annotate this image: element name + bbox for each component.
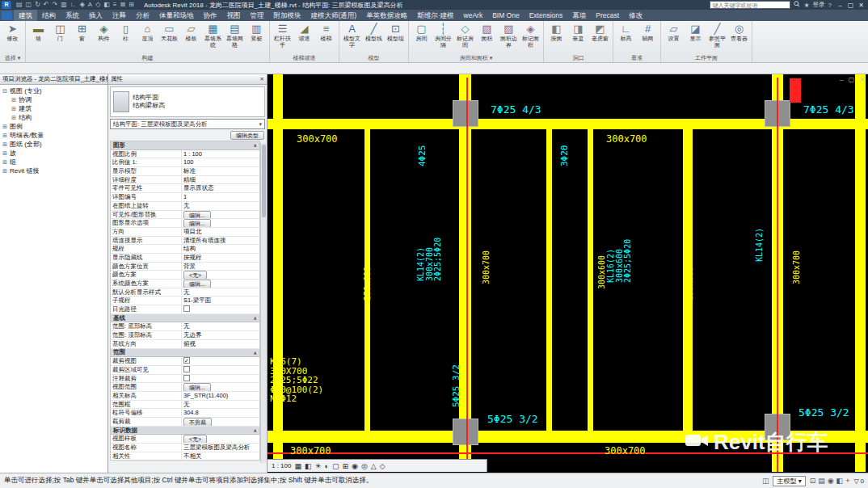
beam-annotation[interactable]: 300x600 [276,255,284,289]
ribbon-button[interactable]: ⊡模型组 [385,22,407,42]
ribbon-tab[interactable]: 建筑 [14,10,37,21]
view-close-button[interactable]: ✕ [859,76,865,83]
property-value[interactable]: 编辑... [182,280,259,288]
property-value[interactable] [182,305,259,313]
ribbon-button[interactable]: ≡楼梯 [315,22,337,42]
file-menu-icon[interactable] [2,11,12,20]
3d-view-icon[interactable]: ◇ [95,1,100,9]
column[interactable] [453,100,478,127]
visual-style-icon[interactable]: ◧ [305,462,312,470]
property-value[interactable]: 不剪裁 [182,418,259,426]
property-value[interactable]: 俯视 [182,340,259,348]
expand-icon[interactable]: ⊞ [2,159,10,166]
ribbon-button[interactable]: ▨面积边界 [498,22,520,48]
ribbon-tab[interactable]: 附加模块 [269,10,306,21]
beam-annotation[interactable]: 5Φ25 3/2 [798,407,849,419]
ribbon-button[interactable]: ◈构件 [93,22,115,42]
ribbon-button[interactable]: ◈标记面积 [520,22,541,48]
constraints-icon[interactable]: ◇ [380,462,386,470]
ribbon-tab[interactable]: 视图 [222,10,246,21]
ribbon-button[interactable]: ☰栏杆扶手 [272,22,293,48]
beam-annotation[interactable]: 300x600 [598,255,607,289]
select-links-icon[interactable]: ⊡ [810,477,816,485]
ribbon-tab[interactable]: 单英数据攻略 [361,10,412,21]
beam-annotation[interactable]: KL14(2)300x7002Φ25;5Φ20 [417,238,443,281]
property-edit-button[interactable]: 编辑... [183,211,211,219]
ribbon-tab[interactable]: 斯维尔·建模 [412,10,458,21]
property-value[interactable] [182,375,259,383]
ribbon-tab[interactable]: 修改 [624,10,647,21]
ribbon-tab[interactable]: 体量和场地 [154,10,199,21]
property-checkbox[interactable] [183,305,190,312]
browser-tree-item[interactable]: ⊞结构 [0,113,107,122]
ribbon-button[interactable]: ┆房间分隔 [432,22,454,48]
ribbon-button[interactable]: ⊞窗 [71,22,93,42]
browser-tree-item[interactable]: ⊞图纸 (全部) [0,140,107,149]
property-value[interactable]: 无边界 [182,331,259,339]
property-edit-button[interactable]: <无> [183,271,207,279]
save-icon[interactable]: ◫ [26,1,32,9]
tag-icon[interactable]: ◈ [80,1,85,9]
property-section-header[interactable]: 图形∧ [111,141,259,150]
undo-icon[interactable]: ↶ [44,1,49,9]
property-value[interactable]: 1 : 100 [182,150,259,158]
beam-annotation[interactable]: 3Φ20 [560,145,570,167]
ribbon-tab[interactable]: 管理 [246,10,269,21]
property-value[interactable]: 304.8 [182,409,259,417]
property-value[interactable]: 100 [182,158,259,166]
expand-icon[interactable]: ⊞ [11,106,19,112]
beam-annotation[interactable]: 5Φ25 3/2 [452,364,461,407]
section-icon[interactable]: ◧ [103,1,110,9]
property-section-header[interactable]: 范围∧ [111,349,259,358]
property-edit-button[interactable]: <无> [183,435,207,443]
property-value[interactable]: <无> [182,271,259,279]
beam-vertical[interactable] [459,74,471,472]
property-value[interactable]: 编辑... [182,219,259,227]
browser-tree-item[interactable]: ⊞协调 [0,95,107,104]
property-value[interactable]: 编辑... [182,383,259,391]
browser-tree-item[interactable]: ⊞组 [0,158,107,166]
scrollbar-thumb[interactable] [262,145,266,217]
show-crop-icon[interactable]: ⊞ [343,462,349,470]
property-edit-button[interactable]: 不剪裁 [183,418,212,426]
property-edit-button[interactable]: 编辑... [183,280,211,288]
ribbon-button[interactable]: ◪显示 [685,22,706,42]
section-marker[interactable] [790,78,801,103]
ribbon-button[interactable]: ◧按面 [546,22,567,42]
browser-tree-item[interactable]: ⊞建筑 [0,104,107,113]
property-value[interactable]: 1 [182,193,259,201]
property-checkbox[interactable] [183,366,190,372]
view-minimize-button[interactable]: – [840,76,843,83]
minimize-button[interactable]: – [835,2,845,9]
ribbon-button[interactable]: ◫门 [49,22,71,42]
measure-icon[interactable]: ∟ [70,1,77,9]
ribbon-tab[interactable]: 建模大师(通用) [306,10,362,21]
ribbon-tab[interactable]: 结构 [37,10,61,21]
expand-icon[interactable]: ⊞ [2,168,10,175]
ribbon-button[interactable]: ▭天花板 [158,22,180,42]
type-preview[interactable]: 结构平面 结构梁标高 [110,86,265,117]
beam-vertical[interactable] [588,119,593,443]
beam-annotation[interactable]: 7Φ25 4/3 [491,104,541,116]
ribbon-tab[interactable]: Extensions [525,10,568,21]
ribbon-tab[interactable]: Precast [591,10,624,21]
expand-icon[interactable]: ⊞ [2,133,10,139]
ribbon-button[interactable]: ◇标记房间 [454,22,476,48]
property-value[interactable]: S1-梁平面 [182,297,259,305]
property-value[interactable]: 无 [182,401,259,409]
type-selector[interactable]: 结构平面: 三层梁模板图及梁高分析 ▾ [110,119,265,129]
ribbon-button[interactable]: ▯柱 [115,22,137,42]
property-value[interactable]: 3F_STR(11.400) [182,392,259,400]
property-section-header[interactable]: 基线∧ [111,314,259,323]
property-value[interactable]: 清理所有墙连接 [182,237,259,245]
app-menu-icon[interactable]: R [2,1,11,9]
property-value[interactable]: 背景 [182,263,259,271]
select-pinned-icon[interactable]: ◉ [828,477,834,485]
ribbon-button[interactable]: #轴网 [637,22,659,42]
ribbon-button[interactable]: ▢房间 [411,22,432,42]
thin-lines-icon[interactable]: ≡ [113,1,117,9]
beam-annotation[interactable]: 300x700 [605,446,646,456]
grid-line[interactable] [466,78,468,472]
close-button[interactable]: ✕ [856,2,866,9]
ribbon-button[interactable]: ▥竖梃 [246,22,268,42]
